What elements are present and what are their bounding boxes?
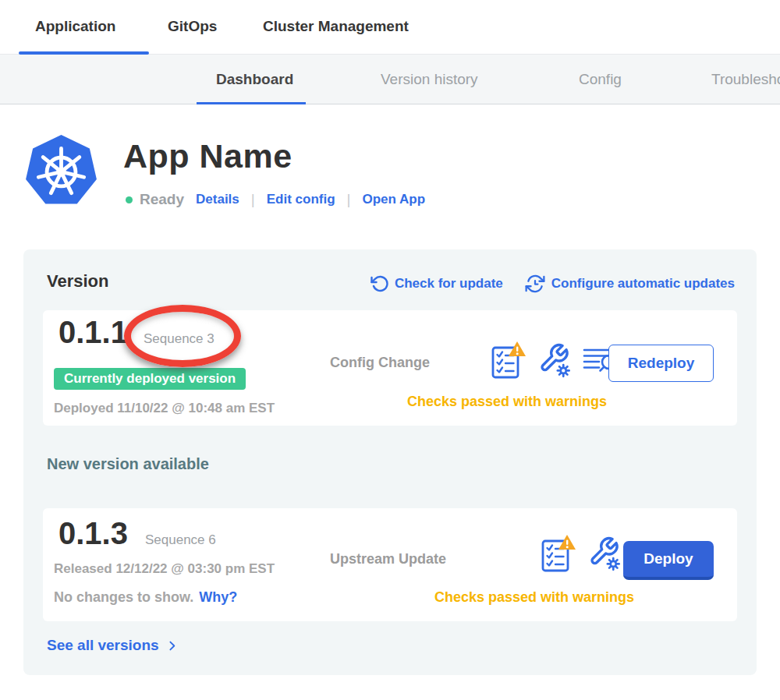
version-card-title: Version [47, 271, 108, 292]
available-version-icons [541, 533, 621, 574]
auto-update-clock-icon [525, 274, 545, 294]
app-dashboard-page: Application GitOps Cluster Management Da… [0, 0, 780, 700]
deployed-version-number: 0.1.1 [58, 315, 128, 350]
tab-version-history[interactable]: Version history [381, 71, 478, 88]
active-nav-underline [19, 51, 149, 55]
version-source-label: Config Change [330, 355, 430, 371]
page-title: App Name [123, 137, 292, 175]
new-version-heading: New version available [47, 455, 209, 473]
edit-config-link[interactable]: Edit config [267, 192, 335, 207]
link-divider: | [251, 191, 255, 208]
version-source-label: Upstream Update [330, 551, 446, 567]
deployed-version-row: 0.1.1 Sequence 3 Currently deployed vers… [43, 310, 737, 426]
status-badge: Ready [126, 191, 184, 208]
available-version-row: 0.1.3 Sequence 6 Released 12/12/22 @ 03:… [43, 508, 737, 621]
configure-automatic-updates-link[interactable]: Configure automatic updates [525, 274, 735, 294]
edit-config-values-icon[interactable] [538, 342, 571, 378]
status-text: Ready [140, 191, 184, 208]
top-nav-item-gitops[interactable]: GitOps [168, 18, 217, 35]
preflight-checks-icon[interactable] [491, 340, 526, 380]
deployed-version-icons [491, 340, 619, 380]
preflight-checks-icon[interactable] [541, 533, 576, 574]
no-changes-row: No changes to show. Why? [54, 589, 237, 606]
see-all-versions-label: See all versions [47, 637, 159, 654]
status-dot-icon [126, 196, 133, 203]
released-timestamp: Released 12/12/22 @ 03:30 pm EST [54, 561, 275, 577]
top-nav: Application GitOps Cluster Management [0, 0, 780, 55]
check-for-update-link[interactable]: Check for update [370, 274, 503, 293]
top-nav-item-cluster-management[interactable]: Cluster Management [263, 18, 409, 35]
checks-status-text: Checks passed with warnings [355, 394, 659, 410]
app-status-row: Ready Details | Edit config | Open App [126, 189, 425, 210]
tab-dashboard[interactable]: Dashboard [216, 71, 293, 88]
chevron-right-icon [165, 639, 179, 652]
deployed-version-sequence: Sequence 3 [144, 331, 214, 347]
why-link[interactable]: Why? [199, 589, 237, 606]
check-for-update-label: Check for update [395, 276, 503, 292]
currently-deployed-badge: Currently deployed version [54, 368, 246, 390]
link-divider: | [347, 191, 351, 208]
sub-nav: Dashboard Version history Config Trouble… [0, 55, 780, 104]
refresh-icon [370, 274, 388, 293]
checks-status-text: Checks passed with warnings [386, 589, 682, 606]
available-version-number: 0.1.3 [58, 516, 128, 551]
available-version-sequence: Sequence 6 [145, 532, 216, 548]
version-card: Version Check for update [23, 249, 757, 675]
tab-troubleshoot[interactable]: Troubleshoot [711, 71, 780, 88]
deploy-button[interactable]: Deploy [623, 541, 714, 580]
open-app-link[interactable]: Open App [362, 192, 425, 207]
version-card-actions: Check for update Configure automatic upd… [370, 274, 735, 294]
deployed-timestamp: Deployed 11/10/22 @ 10:48 am EST [54, 401, 275, 416]
details-link[interactable]: Details [196, 192, 239, 207]
tab-config[interactable]: Config [579, 71, 622, 88]
configure-automatic-updates-label: Configure automatic updates [551, 276, 735, 292]
see-all-versions-link[interactable]: See all versions [47, 637, 179, 654]
active-tab-underline [197, 102, 306, 104]
edit-config-values-icon[interactable] [588, 536, 621, 571]
redeploy-button[interactable]: Redeploy [608, 345, 714, 382]
top-nav-item-application[interactable]: Application [35, 18, 115, 35]
no-changes-text: No changes to show. [54, 589, 193, 606]
kubernetes-logo-icon [23, 133, 99, 209]
